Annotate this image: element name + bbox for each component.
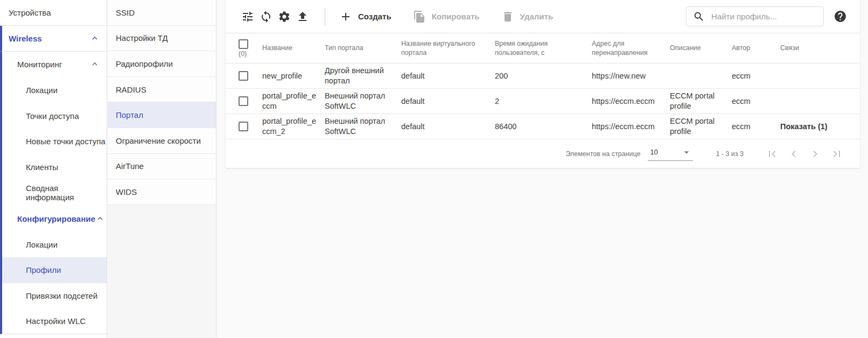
last-page-button[interactable] — [830, 147, 844, 161]
last-page-icon — [830, 147, 843, 160]
subsidebar-item[interactable]: WIDS — [108, 179, 216, 205]
items-per-page-select[interactable]: 10 — [648, 147, 693, 161]
main-sidebar: Устройства Wireless Мониторинг Локации — [0, 0, 107, 338]
sidebar-item[interactable]: Мониторинг — [0, 52, 107, 78]
sidebar-item-label: Локации — [26, 240, 58, 249]
sidebar-item-label: Устройства — [9, 8, 51, 17]
cell-links-show[interactable]: Показать (1) — [780, 122, 847, 132]
sidebar-item-label: Привязки подсетей — [26, 291, 97, 300]
column-header: Название виртуального портала — [401, 39, 495, 58]
trash-icon — [501, 10, 514, 23]
tune-filter-icon — [241, 10, 254, 23]
refresh-button[interactable] — [257, 8, 275, 26]
row-checkbox-cell — [239, 71, 262, 81]
toolbar: Создать Копировать Удалить — [226, 0, 860, 33]
cell-timeout: 86400 — [495, 122, 592, 132]
settings-button[interactable] — [275, 8, 293, 26]
dropdown-arrow-icon — [681, 147, 692, 158]
row-checkbox-cell — [239, 96, 262, 106]
subsidebar-item-label: AirTune — [116, 161, 144, 171]
main-content: Создать Копировать Удалить — [226, 0, 860, 168]
cell-timeout: 200 — [495, 71, 592, 81]
subsidebar-item-label: Радиопрофили — [116, 59, 173, 68]
cell-redirect: https://new.new — [592, 71, 670, 81]
cell-name: new_profile — [262, 71, 325, 81]
sidebar-item-label: Профили — [26, 265, 61, 274]
subsidebar-item-label: RADIUS — [116, 85, 146, 94]
sidebar-item[interactable]: Новые точки доступа — [0, 129, 107, 154]
sidebar-item[interactable]: Wireless — [0, 26, 107, 52]
secondary-sidebar: SSID Настройки ТД Радиопрофили RADIUS По… — [108, 0, 216, 338]
refresh-icon — [260, 10, 272, 23]
chevron-right-icon — [809, 147, 822, 160]
prev-page-button[interactable] — [787, 147, 801, 161]
first-page-button[interactable] — [765, 147, 779, 161]
delete-button[interactable]: Удалить — [501, 10, 554, 23]
cell-description: ECCM portal profile — [670, 116, 732, 137]
subsidebar-item-label: Настройки ТД — [116, 33, 168, 43]
sidebar-item-label: Wireless — [9, 34, 42, 43]
cell-redirect: https://eccm.eccm — [592, 96, 670, 107]
search-input[interactable] — [711, 12, 818, 21]
copy-icon — [413, 10, 426, 23]
filter-button[interactable] — [239, 8, 257, 26]
chevron-left-icon — [787, 147, 800, 160]
subsidebar-item[interactable]: Настройки ТД — [108, 26, 216, 52]
row-checkbox[interactable] — [239, 96, 248, 106]
sidebar-item-label: Сводная информация — [26, 184, 107, 202]
copy-button-label: Копировать — [432, 12, 480, 21]
copy-button[interactable]: Копировать — [413, 10, 480, 23]
subsidebar-item[interactable]: Ограничение скорости — [108, 128, 216, 154]
delete-button-label: Удалить — [520, 12, 554, 21]
sidebar-item[interactable]: Устройства — [0, 0, 107, 26]
plus-icon — [339, 10, 352, 23]
column-header: Описание — [670, 44, 732, 53]
cell-description: ECCM portal profile — [670, 91, 732, 111]
table-row: portal_profile_eccm_2 Внешний портал Sof… — [226, 114, 860, 139]
create-button[interactable]: Создать — [339, 10, 391, 23]
cell-portal-type: Внешний портал SoftWLC — [325, 91, 401, 111]
page-range: 1 - 3 из 3 — [716, 150, 744, 158]
row-checkbox[interactable] — [239, 71, 248, 81]
sidebar-item-label: Настройки WLC — [26, 316, 86, 326]
sidebar-item[interactable]: Локации — [0, 231, 107, 257]
row-checkbox[interactable] — [239, 122, 248, 131]
sidebar-item[interactable]: Привязки подсетей — [0, 283, 107, 309]
subsidebar-item[interactable]: AirTune — [108, 154, 216, 180]
sidebar-item[interactable]: Клиенты — [0, 154, 107, 180]
cell-redirect: https://eccm.eccm — [592, 122, 670, 132]
help-button[interactable] — [834, 10, 847, 23]
select-all-cell: (0) — [239, 39, 262, 58]
column-header: Связи — [780, 44, 847, 53]
chevron-up-icon — [90, 33, 100, 43]
upload-button[interactable] — [293, 8, 312, 26]
selected-count: (0) — [239, 51, 256, 58]
subsidebar-item[interactable]: RADIUS — [108, 77, 216, 103]
sidebar-item[interactable]: Профили — [0, 257, 107, 283]
subsidebar-item[interactable]: Радиопрофили — [108, 51, 216, 77]
subsidebar-item-label: SSID — [116, 8, 135, 17]
table-row: new_profile Другой внешний портал defaul… — [226, 64, 860, 89]
sidebar-item[interactable]: Сводная информация — [0, 180, 107, 206]
subsidebar-item-label: Ограничение скорости — [116, 136, 201, 145]
cell-virtual-portal: default — [401, 71, 495, 81]
items-per-page-label: Элементов на странице — [565, 150, 640, 158]
sidebar-item[interactable]: Точки доступа — [0, 103, 107, 129]
subsidebar-item[interactable]: Портал — [108, 102, 216, 128]
sidebar-item-label: Конфигурирование — [17, 214, 95, 223]
table-header: (0) Название Тип портала Название виртуа… — [226, 33, 860, 64]
cell-name: portal_profile_eccm — [262, 91, 325, 111]
column-header: Адрес для перенаправления — [592, 39, 670, 58]
pagination-nav — [765, 147, 844, 161]
sidebar-item[interactable]: Конфигурирование — [0, 206, 107, 231]
sidebar-item[interactable]: Настройки WLC — [0, 309, 107, 335]
next-page-button[interactable] — [808, 147, 822, 161]
help-icon — [834, 10, 847, 23]
column-header: Тип портала — [325, 44, 401, 53]
select-all-checkbox[interactable] — [239, 39, 248, 49]
search-icon — [693, 11, 705, 23]
subsidebar-item[interactable]: SSID — [108, 0, 216, 26]
sidebar-item[interactable]: Локации — [0, 77, 107, 103]
sidebar-item-label: Новые точки доступа — [26, 137, 106, 146]
cell-portal-type: Внешний портал SoftWLC — [325, 116, 401, 137]
